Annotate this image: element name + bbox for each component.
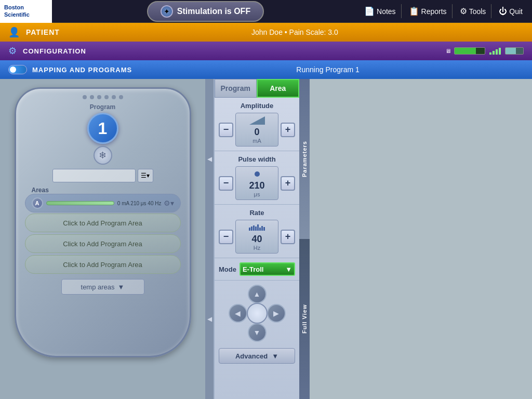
rate-bar-3: [253, 225, 255, 231]
device-panel: Program 1 ❄ ☰▾ Areas A 0 mA 210 μs 40 Hz…: [0, 79, 205, 399]
collapse-arrow-top[interactable]: ◀: [207, 79, 212, 239]
pulse-width-value: 210: [249, 180, 264, 191]
signal-bar-1: [489, 52, 491, 55]
battery-area: 🖥: [445, 47, 485, 55]
stimulation-text: Stimulation is OFF: [177, 7, 250, 16]
device-top-dots: [83, 95, 123, 99]
add-program-area-button-3[interactable]: Click to Add Program Area: [25, 255, 181, 274]
tools-nav-item[interactable]: ⚙ Tools: [455, 4, 492, 18]
signal-bar-4: [499, 48, 501, 55]
add-program-area-button-2[interactable]: Click to Add Program Area: [25, 234, 181, 253]
config-label: CONFIGURATION: [23, 47, 86, 55]
amplitude-minus-button[interactable]: −: [219, 123, 233, 137]
mode-row: Mode E-Troll ▼: [219, 262, 295, 276]
area-settings-icon[interactable]: ⚙▾: [164, 199, 174, 207]
snowflake-button[interactable]: ❄: [94, 146, 112, 165]
rate-minus-button[interactable]: −: [219, 230, 233, 244]
temp-areas-button[interactable]: temp areas ▼: [61, 279, 144, 295]
dropdown-arrow-icon: ▼: [118, 283, 125, 291]
advanced-button[interactable]: Advanced ▼: [219, 348, 295, 364]
patient-icon: 👤: [8, 26, 20, 38]
rate-bar-8: [263, 227, 265, 231]
area-row-a[interactable]: A 0 mA 210 μs 40 Hz ⚙▾: [25, 194, 181, 212]
dot-3: [97, 95, 101, 99]
pulse-dot: [255, 171, 260, 177]
top-nav: 📄 Notes 📋 Reports ⚙ Tools ⏻ Quit: [359, 4, 532, 18]
patient-label: PATIENT: [26, 28, 60, 36]
signal-bar-2: [493, 51, 495, 55]
tab-program[interactable]: Program: [215, 79, 257, 98]
signal-bar-3: [496, 49, 498, 55]
advanced-dropdown-icon: ▼: [272, 352, 278, 360]
amplitude-display: 0 mA: [235, 113, 278, 147]
config-bar: ⚙ CONFIGURATION 🖥: [0, 42, 532, 60]
rate-bar-5: [257, 224, 259, 231]
tab-row: Program Area: [215, 79, 299, 98]
amplitude-section: Amplitude − 0 mA +: [215, 98, 299, 151]
pulse-width-label: Pulse width: [219, 155, 295, 163]
area-params: 0 mA 210 μs 40 Hz: [117, 201, 162, 206]
pulse-width-control: − 210 μs +: [219, 166, 295, 200]
mode-dropdown-icon: ▼: [285, 265, 292, 273]
patient-info: John Doe • Pain Scale: 3.0: [251, 28, 338, 36]
dpad-left-button[interactable]: ◀: [229, 304, 247, 323]
program-number[interactable]: 1: [87, 113, 118, 144]
running-program: Running Program 1: [296, 65, 359, 74]
advanced-label: Advanced: [235, 352, 268, 360]
rate-bar-7: [261, 226, 263, 231]
amplitude-visual: [249, 115, 265, 126]
notes-nav-item[interactable]: 📄 Notes: [359, 4, 402, 18]
reports-icon: 📋: [409, 6, 419, 16]
collapse-arrow-bottom[interactable]: ◀: [207, 239, 212, 399]
temp-areas-label: temp areas: [81, 283, 115, 291]
full-view-side-tab[interactable]: Full View: [299, 239, 310, 399]
rate-plus-button[interactable]: +: [281, 230, 295, 244]
amplitude-value: 0: [254, 127, 259, 138]
rate-visual: [249, 222, 265, 233]
dot-1: [83, 95, 87, 99]
dpad-center[interactable]: [247, 303, 268, 324]
dot-2: [90, 95, 94, 99]
mapping-toggle[interactable]: [8, 65, 27, 74]
collapse-arrow[interactable]: ◀ ◀: [205, 79, 214, 399]
right-section: ◀ ◀ Program Area Amplitude − 0: [205, 79, 532, 399]
main-content: Program 1 ❄ ☰▾ Areas A 0 mA 210 μs 40 Hz…: [0, 79, 532, 399]
search-input[interactable]: [52, 169, 136, 182]
parameters-side-tab[interactable]: Parameters: [299, 79, 310, 239]
mode-select[interactable]: E-Troll ▼: [240, 262, 295, 276]
dpad-down-button[interactable]: ▼: [248, 323, 267, 342]
rate-bars: [249, 224, 265, 231]
dpad-up-button[interactable]: ▲: [248, 285, 267, 303]
area-a-badge: A: [32, 197, 43, 209]
rate-unit: Hz: [254, 245, 260, 251]
stimulation-status-area: ✦ Stimulation is OFF: [52, 1, 359, 22]
tools-label: Tools: [469, 7, 486, 16]
pulse-width-minus-button[interactable]: −: [219, 176, 233, 191]
rate-display: 40 Hz: [235, 220, 278, 254]
mode-section: Mode E-Troll ▼: [215, 258, 299, 281]
config-status: 🖥: [445, 47, 524, 55]
add-program-area-button-1[interactable]: Click to Add Program Area: [25, 214, 181, 232]
dpad-right-button[interactable]: ▶: [267, 304, 286, 323]
tab-area[interactable]: Area: [257, 79, 300, 98]
power-icon: ⏻: [499, 7, 507, 16]
config-icon: ⚙: [8, 45, 17, 57]
pulse-width-visual: [255, 169, 260, 179]
mapping-bar: MAPPING AND PROGRAMS Running Program 1: [0, 60, 532, 79]
areas-label: Areas: [32, 187, 49, 194]
amplitude-plus-button[interactable]: +: [281, 123, 295, 137]
quit-nav-item[interactable]: ⏻ Quit: [494, 5, 528, 18]
tools-icon: ⚙: [460, 6, 467, 16]
reports-nav-item[interactable]: 📋 Reports: [404, 4, 453, 18]
search-row: ☰▾: [52, 169, 153, 182]
side-label-panel: Parameters Full View: [299, 79, 310, 399]
pulse-width-plus-button[interactable]: +: [281, 176, 295, 191]
notes-label: Notes: [377, 7, 396, 16]
quit-label: Quit: [509, 7, 523, 16]
top-bar: Boston Scientific ✦ Stimulation is OFF 📄…: [0, 0, 532, 23]
patient-bar: 👤 PATIENT John Doe • Pain Scale: 3.0: [0, 23, 532, 42]
filter-button[interactable]: ☰▾: [138, 169, 153, 182]
rate-label: Rate: [219, 209, 295, 217]
stimulation-badge[interactable]: ✦ Stimulation is OFF: [147, 1, 264, 22]
notes-icon: 📄: [364, 6, 375, 16]
